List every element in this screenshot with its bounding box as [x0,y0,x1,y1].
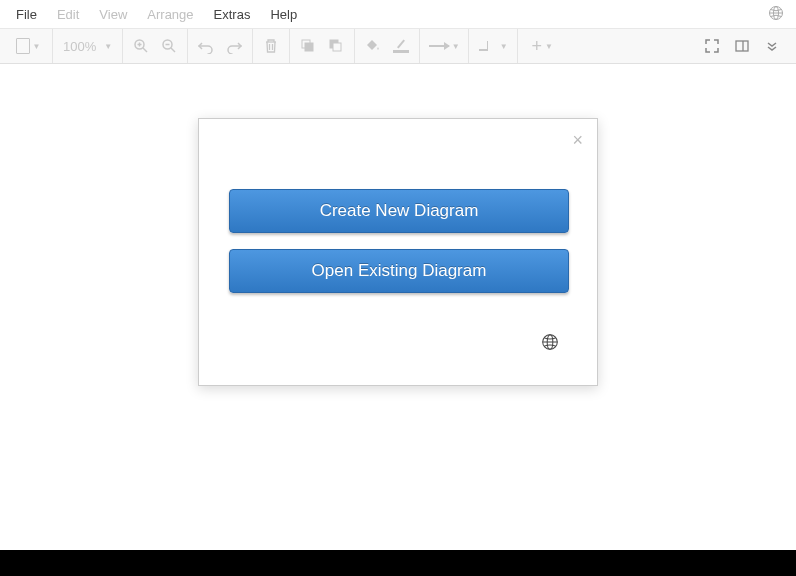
splash-dialog: × Create New Diagram Open Existing Diagr… [198,118,598,386]
create-new-diagram-button[interactable]: Create New Diagram [229,189,569,233]
open-existing-diagram-button[interactable]: Open Existing Diagram [229,249,569,293]
globe-icon [541,333,559,351]
close-button[interactable]: × [572,131,583,149]
close-icon: × [572,130,583,150]
language-selector-modal[interactable] [541,333,559,355]
modal-overlay: × Create New Diagram Open Existing Diagr… [0,0,796,576]
